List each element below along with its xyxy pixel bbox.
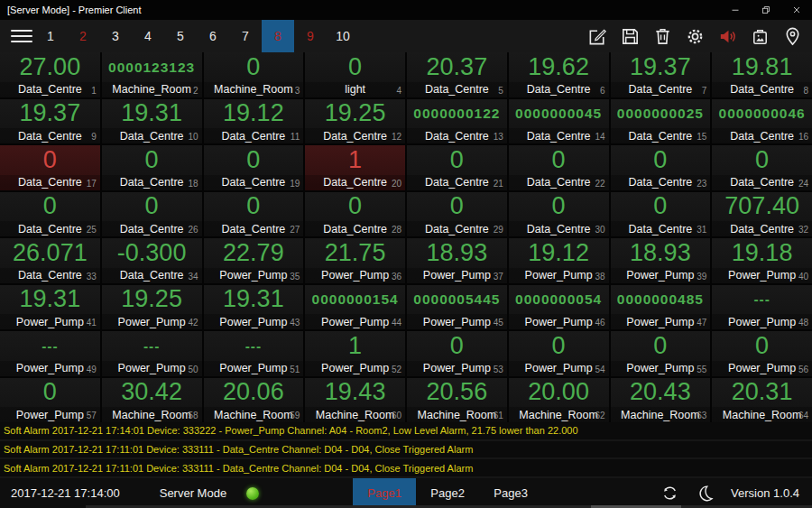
sensor-tile[interactable]: 0000005445 Power_Pump 45 <box>407 285 507 330</box>
sensor-tile[interactable]: 0 Data_Centre 22 <box>509 145 609 190</box>
toolbar-page-7[interactable]: 7 <box>229 20 262 52</box>
sensor-tile[interactable]: -0.300 Data_Centre 34 <box>102 238 202 283</box>
sensor-tile[interactable]: 0 Power_Pump 57 <box>0 378 100 423</box>
tile-label: light <box>345 83 365 96</box>
alarm-row[interactable]: Soft Alarm 2017-12-21 17:11:01 Device: 3… <box>0 459 812 478</box>
sensor-tile[interactable]: 0 Data_Centre 27 <box>204 192 304 237</box>
sensor-tile[interactable]: --- Power_Pump 50 <box>102 331 202 376</box>
alarm-row[interactable]: Soft Alarm 2017-12-21 17:14:01 Device: 3… <box>0 422 812 441</box>
sensor-tile[interactable]: 0 Data_Centre 19 <box>204 145 304 190</box>
moon-icon[interactable] <box>696 484 715 503</box>
toolbar-page-4[interactable]: 4 <box>132 20 164 52</box>
toolbar-page-9[interactable]: 9 <box>294 20 327 52</box>
sensor-tile[interactable]: 20.56 Machine_Room 61 <box>407 378 507 423</box>
sensor-tile[interactable]: 20.00 Machine_Room 62 <box>509 378 609 423</box>
sensor-tile[interactable]: 22.79 Power_Pump 35 <box>204 238 304 283</box>
sensor-tile[interactable]: 0 Machine_Room 3 <box>204 52 304 97</box>
location-icon[interactable] <box>782 26 803 47</box>
sensor-tile[interactable]: 19.12 Power_Pump 38 <box>509 238 609 283</box>
toolbar-page-2[interactable]: 2 <box>67 20 99 52</box>
toolbar-page-10[interactable]: 10 <box>327 20 359 52</box>
sensor-tile[interactable]: 0 Data_Centre 23 <box>611 145 711 190</box>
sensor-tile[interactable]: 0 light 4 <box>305 52 405 97</box>
sensor-tile[interactable]: 0 Data_Centre 21 <box>407 145 507 190</box>
sensor-tile[interactable]: 707.40 Data_Centre 32 <box>712 192 812 237</box>
sensor-tile[interactable]: 0 Power_Pump 53 <box>407 331 507 376</box>
tab-page2[interactable]: Page2 <box>416 478 479 508</box>
sensor-tile[interactable]: 26.071 Data_Centre 33 <box>0 238 100 283</box>
sensor-tile[interactable]: 0 Data_Centre 29 <box>407 192 507 237</box>
sensor-tile[interactable]: 0 Data_Centre 24 <box>712 145 812 190</box>
sensor-tile[interactable]: 19.31 Power_Pump 41 <box>0 285 100 330</box>
maximize-button[interactable] <box>751 0 781 20</box>
sensor-tile[interactable]: 0000000046 Data_Centre 16 <box>712 99 812 144</box>
toolbar-page-6[interactable]: 6 <box>197 20 229 52</box>
toolbar-page-5[interactable]: 5 <box>164 20 197 52</box>
sensor-tile[interactable]: 0 Data_Centre 30 <box>509 192 609 237</box>
delete-icon[interactable] <box>652 26 673 47</box>
sensor-tile[interactable]: --- Power_Pump 48 <box>712 285 812 330</box>
sensor-tile[interactable]: 19.25 Power_Pump 42 <box>102 285 202 330</box>
sensor-tile[interactable]: 0000000025 Data_Centre 15 <box>611 99 711 144</box>
sensor-tile[interactable]: 0 Data_Centre 25 <box>0 192 100 237</box>
sensor-tile[interactable]: 20.43 Machine_Room 63 <box>611 378 711 423</box>
sensor-tile[interactable]: 19.25 Data_Centre 12 <box>305 99 405 144</box>
sensor-tile[interactable]: 27.00 Data_Centre 1 <box>0 52 100 97</box>
sensor-tile[interactable]: 0 Power_Pump 55 <box>611 331 711 376</box>
minimize-button[interactable] <box>720 0 751 20</box>
sensor-tile[interactable]: 0 Data_Centre 26 <box>102 192 202 237</box>
sensor-tile[interactable]: 19.31 Data_Centre 10 <box>102 99 202 144</box>
tile-label: Power_Pump <box>423 316 491 328</box>
tab-page1[interactable]: Page1 <box>353 478 416 508</box>
sensor-tile[interactable]: 20.37 Data_Centre 5 <box>407 52 507 97</box>
sensor-tile[interactable]: 0 Data_Centre 17 <box>0 145 100 190</box>
tile-value: 0000000025 <box>611 99 711 129</box>
tile-label: Data_Centre <box>323 223 387 236</box>
sensor-tile[interactable]: 0000123123 Machine_Room 2 <box>102 52 202 97</box>
sensor-tile[interactable]: 0000000154 Power_Pump 44 <box>305 285 405 330</box>
sensor-tile[interactable]: 20.06 Machine_Room 59 <box>204 378 304 423</box>
settings-icon[interactable] <box>685 26 706 47</box>
sensor-tile[interactable]: 0000000045 Data_Centre 14 <box>509 99 609 144</box>
save-icon[interactable] <box>620 26 641 47</box>
sensor-tile[interactable]: --- Power_Pump 49 <box>0 331 100 376</box>
sensor-tile[interactable]: 0 Data_Centre 28 <box>305 192 405 237</box>
tile-label: Machine_Room <box>214 409 293 421</box>
sensor-tile[interactable]: 0000000485 Power_Pump 47 <box>611 285 711 330</box>
sensor-tile[interactable]: 19.12 Data_Centre 11 <box>204 99 304 144</box>
tile-label: Data_Centre <box>18 176 82 189</box>
toolbar-page-1[interactable]: 1 <box>34 20 67 52</box>
sensor-tile[interactable]: --- Power_Pump 51 <box>204 331 304 376</box>
sensor-tile[interactable]: 0000000122 Data_Centre 13 <box>407 99 507 144</box>
sound-icon[interactable] <box>717 26 738 47</box>
sensor-tile[interactable]: 0 Data_Centre 18 <box>102 145 202 190</box>
sensor-tile[interactable]: 18.93 Power_Pump 39 <box>611 238 711 283</box>
sensor-tile[interactable]: 19.37 Data_Centre 7 <box>611 52 711 97</box>
tile-value: 0 <box>611 145 711 175</box>
image-bin-icon[interactable] <box>750 26 770 47</box>
edit-icon[interactable] <box>587 26 608 47</box>
sensor-tile[interactable]: 18.93 Power_Pump 37 <box>407 238 507 283</box>
sensor-tile[interactable]: 30.42 Machine_Room 58 <box>102 378 202 423</box>
sensor-tile[interactable]: 19.31 Power_Pump 43 <box>204 285 304 330</box>
sensor-tile[interactable]: 0 Data_Centre 31 <box>611 192 711 237</box>
sensor-tile[interactable]: 19.18 Power_Pump 40 <box>712 238 812 283</box>
sensor-tile[interactable]: 0000000054 Power_Pump 46 <box>509 285 609 330</box>
sensor-tile[interactable]: 1 Power_Pump 52 <box>305 331 405 376</box>
close-button[interactable] <box>781 0 812 20</box>
sensor-tile[interactable]: 19.81 Data_Centre 8 <box>712 52 812 97</box>
sensor-tile[interactable]: 0 Power_Pump 54 <box>509 331 609 376</box>
sensor-tile[interactable]: 0 Power_Pump 56 <box>712 331 812 376</box>
tab-page3[interactable]: Page3 <box>479 478 542 508</box>
sensor-tile[interactable]: 21.75 Power_Pump 36 <box>305 238 405 283</box>
toolbar-page-8[interactable]: 8 <box>262 20 294 52</box>
sync-icon[interactable] <box>660 484 679 503</box>
alarm-row[interactable]: Soft Alarm 2017-12-21 17:11:01 Device: 3… <box>0 441 812 460</box>
sensor-tile[interactable]: 19.62 Data_Centre 6 <box>509 52 609 97</box>
sensor-tile[interactable]: 20.31 Machine_Room 64 <box>712 378 812 423</box>
sensor-tile[interactable]: 19.37 Data_Centre 9 <box>0 99 100 144</box>
menu-icon[interactable] <box>11 30 32 42</box>
sensor-tile[interactable]: 1 Data_Centre 20 <box>305 145 405 190</box>
toolbar-page-3[interactable]: 3 <box>99 20 132 52</box>
sensor-tile[interactable]: 19.43 Machine_Room 60 <box>305 378 405 423</box>
